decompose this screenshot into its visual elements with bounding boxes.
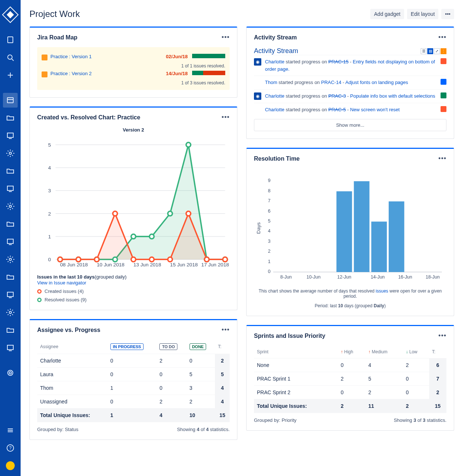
- gear-icon[interactable]: [3, 305, 18, 320]
- activity-user[interactable]: Charlotte: [265, 107, 284, 112]
- screen-icon[interactable]: [3, 128, 18, 143]
- gear-icon[interactable]: [3, 146, 18, 161]
- svg-point-61: [186, 211, 191, 216]
- legend-created: Created issues (4): [45, 288, 84, 294]
- activity-user[interactable]: Charlotte: [265, 93, 284, 99]
- svg-rect-77: [354, 181, 369, 272]
- svg-text:2: 2: [48, 211, 51, 217]
- legend-resolved: Resolved issues (9): [45, 297, 86, 302]
- svg-text:16-Jun: 16-Jun: [398, 274, 412, 280]
- svg-point-1: [8, 55, 12, 59]
- card-menu-icon[interactable]: •••: [222, 326, 230, 334]
- settings-gear-icon[interactable]: [3, 365, 18, 380]
- screen-icon[interactable]: [3, 234, 18, 249]
- grid-view-icon[interactable]: ▤: [427, 48, 433, 54]
- svg-text:17 Jun 2018: 17 Jun 2018: [201, 262, 229, 267]
- roadmap-card: Jira Road Map ••• Practice : Version 1 0…: [29, 27, 237, 98]
- svg-text:Days: Days: [256, 222, 261, 234]
- chart-footer-note: (grouped daily): [95, 274, 127, 280]
- search-icon[interactable]: [3, 50, 18, 65]
- folder-icon[interactable]: [3, 270, 18, 284]
- svg-point-60: [168, 257, 172, 262]
- col-total: T:: [429, 346, 446, 358]
- svg-point-51: [186, 143, 191, 147]
- svg-point-58: [131, 257, 135, 262]
- assignee-card: Assignee vs. Progress ••• Assignee IN PR…: [29, 319, 237, 440]
- svg-text:1: 1: [48, 234, 51, 239]
- issue-link[interactable]: PRAC-15: [328, 59, 349, 64]
- created-resolved-chart: 01 23 45 08 Jun 201810 Jun 2018 13 Jun 2…: [37, 136, 230, 269]
- issue-link[interactable]: PRAC-14: [321, 80, 341, 85]
- activity-card: Activity Stream ••• Activity Stream ☰ ▤ …: [246, 27, 454, 139]
- roadmap-link[interactable]: Practice : Version 1: [50, 54, 163, 59]
- svg-rect-76: [336, 191, 352, 272]
- view-navigator-link[interactable]: View in Issue navigator: [37, 280, 86, 286]
- svg-point-57: [113, 211, 117, 216]
- svg-rect-78: [371, 221, 387, 272]
- roadmap-link[interactable]: Practice : Version 2: [50, 71, 163, 76]
- more-button[interactable]: •••: [441, 9, 454, 19]
- screen-icon[interactable]: [3, 287, 18, 302]
- svg-point-9: [9, 152, 11, 154]
- global-sidebar: ?: [0, 0, 21, 476]
- activity-item: Thom started progress on PRAC-14 - Adjus…: [254, 76, 446, 89]
- activity-item: ◉Charlotte started progress on PRAC-15 -…: [254, 55, 446, 76]
- plus-icon[interactable]: [3, 68, 18, 83]
- card-menu-icon[interactable]: •••: [438, 155, 446, 162]
- svg-rect-10: [7, 186, 13, 190]
- add-gadget-button[interactable]: Add gadget: [370, 9, 404, 19]
- table-row: Unassigned0224: [37, 395, 230, 409]
- activity-desc[interactable]: Adjust fonts on landing pages: [345, 80, 408, 85]
- dashboard-icon[interactable]: [3, 93, 18, 108]
- activity-user[interactable]: Thom: [265, 80, 277, 85]
- user-avatar[interactable]: [6, 461, 15, 470]
- jira-logo-icon[interactable]: [2, 6, 18, 23]
- show-more-button[interactable]: Show more...: [254, 119, 446, 131]
- roadmap-date: 14/Jun/18: [166, 71, 188, 76]
- activity-desc[interactable]: Populate info box with default selection…: [350, 93, 435, 99]
- card-menu-icon[interactable]: •••: [222, 113, 230, 121]
- package-icon: [42, 55, 47, 60]
- screen-icon[interactable]: [3, 340, 18, 355]
- card-menu-icon[interactable]: •••: [438, 34, 446, 41]
- screen-icon[interactable]: [3, 181, 18, 196]
- doc-icon[interactable]: [3, 32, 18, 47]
- svg-point-18: [9, 311, 11, 314]
- help-icon[interactable]: ?: [3, 441, 18, 455]
- issue-link[interactable]: PRAC-5: [328, 107, 346, 112]
- card-menu-icon[interactable]: •••: [222, 34, 230, 41]
- rss-icon[interactable]: ⋮: [441, 48, 446, 54]
- activity-title: Activity Stream: [254, 34, 297, 41]
- list-view-icon[interactable]: ☰: [421, 48, 427, 54]
- activity-user[interactable]: Charlotte: [265, 59, 284, 64]
- svg-point-55: [76, 257, 81, 262]
- issues-link[interactable]: issues: [376, 288, 388, 294]
- activity-desc[interactable]: New screen won't reset: [350, 107, 400, 112]
- col-todo: TO DO: [159, 343, 177, 350]
- folder-icon[interactable]: [3, 217, 18, 231]
- menu-icon[interactable]: [3, 423, 18, 438]
- folder-icon[interactable]: [3, 164, 18, 178]
- resolution-card: Resolution Time ••• 98 76 54 32 10 Days: [246, 148, 454, 316]
- svg-rect-19: [7, 345, 13, 350]
- resolution-period: Period: last 10 days (grouped Daily): [254, 303, 446, 308]
- gear-icon[interactable]: [3, 252, 18, 267]
- folder-icon[interactable]: [3, 111, 18, 125]
- chart-subtitle: Version 2: [37, 127, 230, 133]
- table-row: PRAC Sprint 12507: [254, 372, 446, 386]
- svg-text:13 Jun 2018: 13 Jun 2018: [133, 262, 161, 267]
- svg-rect-16: [7, 292, 13, 297]
- svg-text:7: 7: [268, 198, 271, 203]
- expand-icon[interactable]: ⤢: [434, 48, 440, 54]
- total-row: Total Unique Issues:141015: [37, 409, 230, 422]
- activity-subtitle: Activity Stream: [254, 47, 298, 55]
- svg-text:4: 4: [48, 165, 51, 171]
- card-menu-icon[interactable]: •••: [438, 332, 446, 340]
- edit-layout-button[interactable]: Edit layout: [407, 9, 438, 19]
- gear-icon[interactable]: [3, 199, 18, 214]
- folder-icon[interactable]: [3, 323, 18, 337]
- col-in-progress: IN PROGRESS: [110, 343, 144, 350]
- user-avatar-icon: ◉: [254, 92, 261, 100]
- arrow-up-icon: ↑: [368, 349, 371, 354]
- issue-link[interactable]: PRAC-3: [328, 93, 346, 99]
